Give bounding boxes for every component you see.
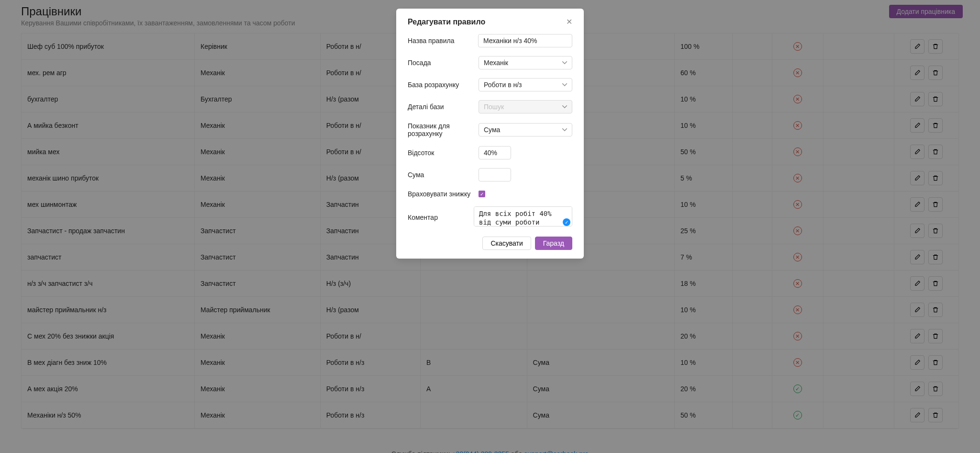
discount-checkbox[interactable]: ✓ [479, 191, 485, 197]
ok-button[interactable]: Гаразд [535, 237, 572, 250]
base-select[interactable]: Роботи в н/з [479, 78, 572, 91]
modal-overlay: Редагувати правило ✕ Назва правила Посад… [0, 0, 980, 453]
comment-textarea[interactable] [474, 206, 572, 226]
base-label: База розрахунку [408, 81, 479, 89]
edit-rule-modal: Редагувати правило ✕ Назва правила Посад… [396, 9, 584, 259]
name-input[interactable] [478, 34, 572, 47]
indicator-label: Показник для розрахунку [408, 122, 479, 137]
position-label: Посада [408, 59, 479, 67]
name-label: Назва правила [408, 37, 478, 45]
position-select[interactable]: Механік [479, 56, 572, 69]
comment-label: Коментар [408, 214, 474, 221]
sum-input[interactable] [479, 168, 511, 181]
cancel-button[interactable]: Скасувати [482, 237, 531, 250]
detail-select[interactable]: Пошук [479, 100, 572, 113]
indicator-select[interactable]: Сума [479, 123, 572, 136]
detail-label: Деталі бази [408, 103, 479, 111]
modal-title: Редагувати правило [408, 18, 485, 26]
sum-label: Сума [408, 171, 479, 179]
discount-label: Враховувати знижку [408, 190, 479, 198]
percent-input[interactable] [479, 146, 511, 159]
percent-label: Відсоток [408, 149, 479, 157]
close-icon[interactable]: ✕ [566, 17, 572, 26]
check-icon: ✓ [563, 218, 570, 226]
